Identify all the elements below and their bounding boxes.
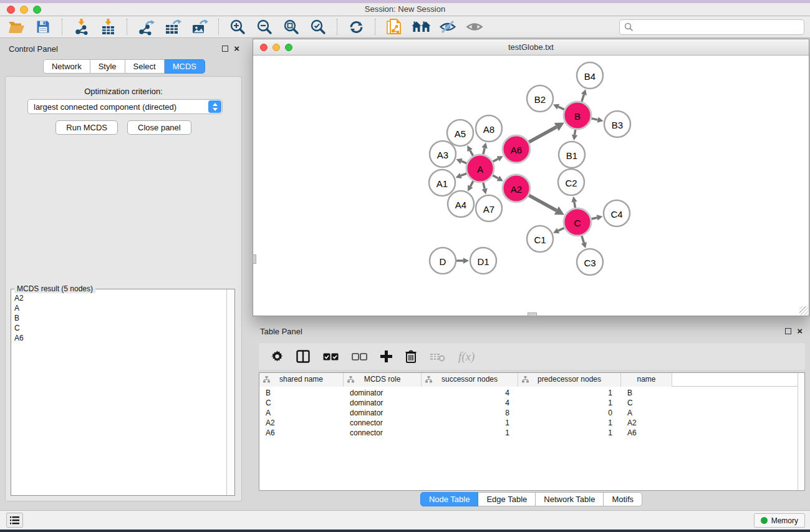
zoom-network-window-button[interactable] — [285, 44, 292, 51]
result-item[interactable]: A6 — [14, 333, 234, 343]
open-file-icon[interactable] — [5, 17, 27, 36]
tab-network[interactable]: Network — [43, 59, 90, 74]
node-label-B: B — [574, 111, 581, 122]
table-scrollbar[interactable] — [798, 373, 804, 490]
node-table: shared nameMCDS rolesuccessor nodesprede… — [259, 372, 805, 491]
node-label-B3: B3 — [612, 120, 623, 130]
close-window-button[interactable] — [7, 6, 15, 14]
graph-edge-B-B2[interactable] — [558, 107, 564, 109]
search-input[interactable] — [637, 22, 804, 32]
tab-network-table[interactable]: Network Table — [536, 492, 604, 506]
graph-edge-B-B3[interactable] — [591, 118, 597, 120]
export-image-icon[interactable] — [188, 17, 211, 36]
graph-edge-C-C2[interactable] — [574, 202, 575, 208]
graph-edge-A-A4[interactable] — [470, 181, 473, 186]
graph-edge-C-C3[interactable] — [582, 236, 584, 243]
tab-style[interactable]: Style — [90, 59, 125, 74]
criterion-dropdown-value: largest connected component (directed) — [34, 102, 176, 112]
memory-button[interactable]: Memory — [754, 513, 805, 528]
close-panel-button[interactable]: Close panel — [127, 120, 191, 135]
add-column-icon[interactable] — [380, 351, 392, 362]
export-table-icon[interactable] — [162, 17, 184, 36]
save-session-icon[interactable] — [32, 17, 54, 36]
graph-edge-A-A5[interactable] — [470, 150, 473, 156]
delete-table-icon-disabled — [430, 352, 445, 362]
graph-edge-A-A3[interactable] — [461, 161, 467, 163]
close-network-window-button[interactable] — [260, 44, 268, 51]
cell-mcds-role: dominator — [344, 399, 422, 409]
zoom-selected-icon[interactable] — [307, 17, 329, 36]
close-panel-icon[interactable]: × — [234, 46, 239, 52]
hide-selected-icon[interactable] — [436, 17, 459, 36]
new-network-from-selection-icon[interactable] — [383, 17, 405, 36]
result-item[interactable]: B — [14, 313, 234, 323]
run-mcds-button[interactable]: Run MCDS — [55, 120, 118, 135]
graph-edge-A2-C[interactable] — [529, 195, 556, 210]
table-row[interactable]: Cdominator41C — [259, 399, 804, 409]
result-item[interactable]: C — [14, 323, 234, 333]
delete-columns-trash-icon[interactable] — [405, 350, 417, 363]
table-row[interactable]: Bdominator41B — [259, 389, 804, 399]
graph-edge-A-A2[interactable] — [493, 175, 498, 178]
network-window-titlebar[interactable]: testGlobe.txt — [253, 39, 809, 56]
zoom-in-icon[interactable] — [226, 17, 249, 36]
graph-edge-A-A1[interactable] — [461, 173, 466, 176]
graph-edge-A-A6[interactable] — [493, 159, 498, 162]
tab-motifs[interactable]: Motifs — [604, 492, 642, 506]
select-all-checkboxes-icon[interactable] — [323, 353, 339, 360]
bottom-edge-handle[interactable] — [528, 312, 537, 316]
import-table-icon[interactable] — [97, 17, 119, 36]
zoom-out-icon[interactable] — [253, 17, 276, 36]
column-header-name[interactable]: name — [621, 373, 672, 387]
task-history-button[interactable] — [6, 513, 23, 528]
network-view-window: testGlobe.txt B4B2BB3A8A5A6A3B1AA1C2A2A4… — [253, 39, 809, 316]
column-header-mcds-role[interactable]: MCDS role — [344, 373, 422, 387]
column-header-successor-nodes[interactable]: successor nodes — [422, 373, 518, 387]
show-columns-icon[interactable] — [296, 350, 310, 363]
column-header-shared-name[interactable]: shared name — [259, 373, 344, 387]
toolbar-separator — [375, 19, 375, 35]
node-label-A6: A6 — [511, 145, 522, 155]
result-scrollbar[interactable] — [226, 289, 234, 495]
criterion-dropdown[interactable]: largest connected component (directed) — [27, 99, 223, 114]
graph-edge-C-C4[interactable] — [591, 218, 597, 219]
zoom-fit-icon[interactable] — [280, 17, 302, 36]
left-edge-handle[interactable] — [253, 254, 256, 264]
show-all-icon[interactable] — [463, 17, 486, 36]
refresh-icon[interactable] — [345, 17, 367, 36]
close-table-panel-icon[interactable]: × — [797, 328, 803, 334]
network-canvas[interactable]: B4B2BB3A8A5A6A3B1AA1C2A2A4A7C4CC1DD1C3 — [253, 56, 809, 316]
table-settings-gear-icon[interactable] — [271, 351, 283, 362]
table-row[interactable]: A2connector11A2 — [259, 418, 804, 428]
tab-edge-table[interactable]: Edge Table — [478, 492, 536, 506]
result-item[interactable]: A2 — [14, 293, 234, 303]
graph-edge-B-B4[interactable] — [582, 95, 584, 102]
mcds-result-list: A2ABCA6 — [11, 289, 234, 343]
minimize-window-button[interactable] — [20, 6, 28, 14]
table-row[interactable]: A6connector11A6 — [259, 428, 804, 438]
float-panel-icon[interactable] — [222, 46, 228, 52]
window-resize-grip[interactable] — [799, 306, 808, 315]
column-header-predecessor-nodes[interactable]: predecessor nodes — [518, 373, 621, 387]
tab-mcds[interactable]: MCDS — [165, 59, 205, 74]
search-field[interactable] — [619, 19, 804, 35]
first-neighbors-icon[interactable] — [410, 17, 432, 36]
graph-edge-B-B1[interactable] — [575, 130, 576, 135]
zoom-window-button[interactable] — [33, 6, 41, 14]
minimize-network-window-button[interactable] — [272, 44, 280, 51]
graph-edge-A-A8[interactable] — [483, 148, 485, 154]
tab-node-table[interactable]: Node Table — [420, 492, 479, 506]
result-item[interactable]: A — [14, 303, 234, 313]
graph-edge-A6-B[interactable] — [529, 127, 556, 142]
graph-edge-A-A7[interactable] — [483, 182, 485, 188]
network-graph: B4B2BB3A8A5A6A3B1AA1C2A2A4A7C4CC1DD1C3 — [253, 56, 809, 316]
table-row[interactable]: Adominator80A — [259, 409, 804, 418]
deselect-all-checkboxes-icon[interactable] — [352, 353, 367, 360]
cell-name: A2 — [621, 418, 672, 428]
export-network-icon[interactable] — [135, 17, 157, 36]
table-body: Bdominator41BCdominator41CAdominator80AA… — [259, 387, 804, 438]
tab-select[interactable]: Select — [125, 59, 165, 74]
graph-edge-C-C1[interactable] — [558, 228, 564, 230]
float-table-panel-icon[interactable] — [785, 328, 791, 334]
import-network-icon[interactable] — [70, 17, 92, 36]
